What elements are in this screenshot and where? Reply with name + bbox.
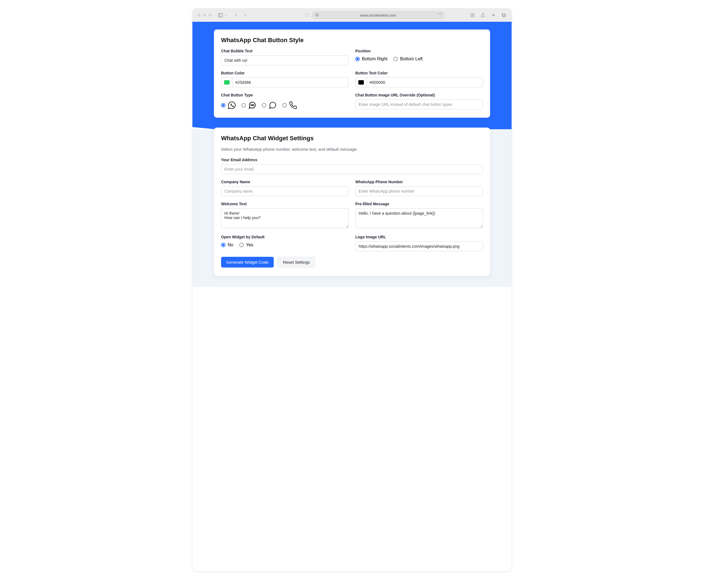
button-color-swatch[interactable] — [221, 77, 232, 87]
button-text-color-input[interactable] — [366, 77, 483, 87]
swatch-black-icon — [358, 80, 364, 84]
browser-window: www.socialintents.com — [192, 8, 512, 572]
radio-unchecked-icon — [262, 103, 266, 108]
svg-point-8 — [251, 105, 252, 106]
chat-bubble-icon — [269, 101, 277, 109]
button-color-input[interactable] — [232, 77, 349, 87]
button-text-color-label: Button Text Color — [355, 71, 483, 75]
widget-card-title: WhatsApp Chat Widget Settings — [221, 135, 483, 142]
widget-settings-card: WhatsApp Chat Widget Settings Select you… — [214, 128, 490, 276]
image-override-label: Chat Button Image URL Override (Optional… — [355, 93, 483, 97]
radio-unchecked-icon — [282, 103, 287, 108]
svg-point-9 — [252, 105, 253, 106]
position-bottom-left-radio[interactable]: Bottom Left — [393, 57, 422, 61]
radio-unchecked-icon — [241, 103, 246, 108]
email-label: Your Email Address — [221, 157, 483, 162]
svg-point-10 — [253, 105, 254, 106]
radio-checked-icon — [221, 103, 226, 108]
address-bar[interactable]: www.socialintents.com — [312, 11, 444, 19]
prefilled-textarea[interactable] — [355, 208, 483, 228]
generate-code-button[interactable]: Generate Widget Code — [221, 257, 274, 268]
open-default-yes-radio[interactable]: Yes — [239, 243, 253, 248]
shield-icon — [304, 13, 309, 18]
page-content: WhatsApp Chat Button Style Chat Bubble T… — [192, 22, 512, 287]
open-default-label: Open Widget by Default — [221, 235, 349, 239]
position-left-label: Bottom Left — [400, 57, 422, 61]
radio-unchecked-icon — [239, 243, 244, 247]
chat-button-type-label: Chat Button Type — [221, 93, 349, 97]
company-input[interactable] — [221, 186, 349, 196]
button-color-label: Button Color — [221, 71, 349, 75]
logo-url-label: Logo Image URL — [355, 235, 483, 239]
email-input[interactable] — [221, 164, 483, 174]
button-type-whatsapp-radio[interactable] — [221, 101, 236, 109]
image-override-input[interactable] — [355, 100, 483, 109]
radio-checked-icon — [221, 243, 226, 247]
welcome-textarea[interactable] — [221, 208, 349, 228]
button-type-chat-bubble-radio[interactable] — [262, 101, 277, 109]
logo-url-input[interactable] — [355, 241, 483, 251]
chat-bubble-text-label: Chat Bubble Text — [221, 49, 349, 53]
globe-icon — [315, 13, 319, 18]
prefilled-label: Pre-filled Message — [355, 202, 483, 206]
open-default-yes-label: Yes — [246, 243, 253, 248]
svg-rect-6 — [503, 14, 506, 17]
chat-bubble-text-input[interactable] — [221, 55, 349, 65]
downloads-icon[interactable] — [470, 12, 475, 18]
position-right-label: Bottom Right — [362, 57, 387, 61]
new-tab-icon[interactable] — [491, 12, 496, 18]
traffic-min-icon — [203, 13, 206, 17]
position-bottom-right-radio[interactable]: Bottom Right — [355, 57, 387, 61]
address-url: www.socialintents.com — [321, 13, 435, 17]
button-type-chat-dots-radio[interactable] — [241, 101, 256, 109]
radio-checked-icon — [355, 57, 360, 61]
open-default-no-radio[interactable]: No — [221, 243, 233, 248]
phone-icon — [289, 101, 297, 109]
chat-bubble-dots-icon — [248, 101, 256, 109]
radio-unchecked-icon — [393, 57, 398, 61]
style-card: WhatsApp Chat Button Style Chat Bubble T… — [214, 29, 490, 118]
browser-toolbar: www.socialintents.com — [192, 8, 512, 22]
share-icon[interactable] — [480, 12, 486, 18]
open-default-no-label: No — [228, 243, 233, 248]
tabs-overview-icon[interactable] — [501, 12, 507, 18]
traffic-close-icon — [197, 13, 201, 17]
phone-label: WhatsApp Phone Number — [355, 180, 483, 184]
svg-rect-0 — [219, 13, 223, 17]
position-label: Position — [355, 49, 483, 53]
widget-card-subtitle: Select your WhatsApp phone number, welco… — [221, 147, 483, 151]
nav-forward-button[interactable] — [241, 12, 249, 19]
button-text-color-swatch[interactable] — [355, 77, 366, 87]
traffic-lights — [197, 13, 212, 17]
nav-back-button[interactable] — [233, 12, 240, 19]
whatsapp-icon — [228, 101, 236, 109]
style-card-title: WhatsApp Chat Button Style — [221, 37, 483, 44]
sidebar-toggle-button[interactable] — [218, 12, 228, 18]
welcome-label: Welcome Text — [221, 202, 349, 206]
phone-input[interactable] — [355, 186, 483, 196]
swatch-green-icon — [224, 80, 230, 84]
company-label: Company Name — [221, 180, 349, 184]
traffic-max-icon — [209, 13, 212, 17]
reset-settings-button[interactable]: Reset Settings — [278, 257, 315, 268]
svg-rect-7 — [502, 13, 505, 16]
refresh-icon[interactable] — [437, 13, 441, 18]
button-type-phone-radio[interactable] — [282, 101, 297, 109]
